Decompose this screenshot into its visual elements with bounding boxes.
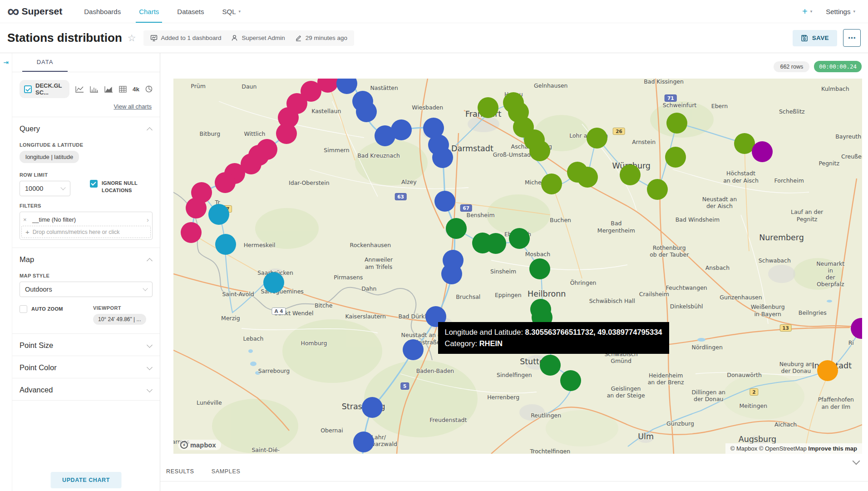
filter-item-time[interactable]: × __time (No filter) › [21, 213, 151, 226]
row-limit-select[interactable]: 10000 [20, 181, 70, 196]
owner-meta[interactable]: Superset Admin [231, 35, 285, 41]
tab-data[interactable]: DATA [22, 53, 68, 72]
map-point-blue[interactable] [362, 397, 383, 418]
viz-type-pill[interactable]: DECK.GL SC... [20, 80, 69, 98]
update-chart-button[interactable]: UPDATE CHART [50, 472, 122, 488]
viewport-value-pill[interactable]: 10° 24' 49.86" | ... [93, 314, 146, 325]
map-point-blue[interactable] [434, 191, 455, 212]
save-button-label: SAVE [812, 35, 829, 41]
section-advanced[interactable]: Advanced [20, 378, 153, 400]
dashboards-meta[interactable]: Added to 1 dashboard [150, 35, 222, 42]
attribution-improve-link[interactable]: Improve this map [808, 445, 857, 452]
collapse-results-chevron-icon[interactable] [853, 457, 860, 465]
city-label: Aichach [774, 421, 797, 428]
nav-item-charts[interactable]: Charts [130, 0, 168, 23]
attribution-osm-link[interactable]: © OpenStreetMap [759, 445, 807, 452]
table-icon[interactable] [119, 86, 127, 93]
superset-logo[interactable]: ∞ Superset [7, 2, 62, 20]
map-point-cyan[interactable] [263, 272, 284, 293]
ellipsis-icon: ⋯ [848, 33, 856, 43]
nav-item-datasets[interactable]: Datasets [168, 0, 213, 23]
save-button[interactable]: SAVE [793, 30, 837, 46]
map-point-olive[interactable] [620, 164, 641, 185]
city-label: Buchen [550, 217, 571, 224]
map-point-olive[interactable] [541, 174, 562, 194]
city-label: Kastellaun [311, 108, 341, 114]
city-label: Sinsheim [490, 268, 516, 275]
map-point-olive[interactable] [529, 140, 550, 161]
map-point-green[interactable] [509, 228, 530, 249]
auto-zoom-checkbox[interactable] [20, 305, 27, 313]
viz-type-shortcuts: 4k [75, 85, 153, 93]
remove-filter-icon[interactable]: × [23, 216, 32, 223]
city-label: Obernai [321, 427, 343, 434]
query-status: 662 rows 00:00:00.24 [774, 61, 862, 72]
chevron-down-icon: ▾ [239, 9, 241, 14]
section-query[interactable]: Query [20, 117, 153, 139]
mapbox-logo[interactable]: ✦ mapbox [178, 440, 221, 450]
map-point-purple[interactable] [752, 141, 773, 162]
pie-chart-icon[interactable] [145, 85, 153, 93]
city-label: Darmstadt [451, 144, 493, 154]
chevron-down-icon: ▾ [853, 9, 855, 14]
city-label: Reutlingen [531, 412, 561, 419]
map-point-olive[interactable] [478, 97, 498, 118]
favorite-star-icon[interactable]: ☆ [128, 33, 136, 44]
bar-chart-icon[interactable] [90, 86, 99, 93]
owner-meta-label: Superset Admin [242, 35, 285, 41]
lonlat-label: LONGITUDE & LATITUDE [20, 142, 153, 148]
ignore-null-checkbox[interactable] [90, 180, 98, 188]
collapse-panel-icon[interactable]: ⇥ [0, 59, 12, 66]
map-point-olive[interactable] [577, 167, 598, 188]
map-point-pink[interactable] [186, 198, 207, 218]
map-point-blue[interactable] [432, 147, 453, 168]
new-item-button[interactable]: + ▾ [802, 6, 812, 17]
tab-results[interactable]: RESULTS [166, 468, 194, 475]
viz-4k-option[interactable]: 4k [133, 86, 139, 93]
map-point-olive[interactable] [665, 147, 686, 168]
nav-item-sql[interactable]: SQL▾ [213, 0, 250, 23]
more-options-button[interactable]: ⋯ [843, 29, 861, 47]
map-point-green[interactable] [485, 233, 506, 254]
map-point-olive[interactable] [647, 179, 668, 200]
line-chart-icon[interactable] [75, 86, 84, 93]
tooltip-category-value: RHEIN [479, 339, 503, 347]
section-map[interactable]: Map [20, 248, 153, 270]
attribution-mapbox-link[interactable]: © Mapbox [730, 445, 757, 452]
area-chart-icon[interactable] [104, 86, 113, 93]
map-point-olive[interactable] [666, 113, 687, 134]
map-point-pink[interactable] [276, 123, 297, 144]
map-point-blue[interactable] [441, 263, 462, 284]
map-point-orange[interactable] [817, 360, 838, 381]
map-point-green[interactable] [529, 258, 550, 279]
chevron-down-icon [60, 185, 65, 190]
chevron-down-icon: ▾ [810, 9, 813, 14]
divider [160, 481, 868, 481]
map-point-blue[interactable] [391, 119, 412, 140]
view-all-charts-link[interactable]: View all charts [20, 103, 152, 110]
filter-drop-label: Drop columns/metrics here or click [33, 229, 120, 235]
city-label: Bruchsal [456, 293, 480, 300]
filter-drop-zone[interactable]: + Drop columns/metrics here or click [21, 226, 151, 238]
nav-item-dashboards[interactable]: Dashboards [75, 0, 130, 23]
map-point-green[interactable] [540, 355, 561, 376]
map-style-select[interactable]: Outdoors [20, 282, 153, 297]
map-point-cyan[interactable] [208, 204, 229, 225]
settings-menu[interactable]: Settings ▾ [826, 8, 855, 15]
tab-samples[interactable]: SAMPLES [212, 468, 241, 475]
map-point-blue[interactable] [353, 431, 374, 452]
map-point-cyan[interactable] [215, 234, 236, 255]
map-point-green[interactable] [560, 370, 581, 391]
map-point-pink[interactable] [181, 222, 202, 243]
lonlat-value-pill[interactable]: longitude | latitude [20, 151, 79, 163]
modified-meta[interactable]: 29 minutes ago [295, 35, 347, 41]
map-point-pink[interactable] [215, 172, 236, 193]
deckgl-map[interactable]: Longitude and Latitude: 8.30556376651173… [173, 79, 862, 454]
city-label: Sindelfingen [497, 372, 532, 378]
map-point-blue[interactable] [403, 339, 424, 360]
section-point-color[interactable]: Point Color [20, 356, 153, 378]
map-point-olive[interactable] [587, 128, 607, 149]
map-point-green[interactable] [446, 218, 467, 239]
map-point-blue[interactable] [356, 101, 377, 122]
section-point-size[interactable]: Point Size [20, 334, 153, 356]
